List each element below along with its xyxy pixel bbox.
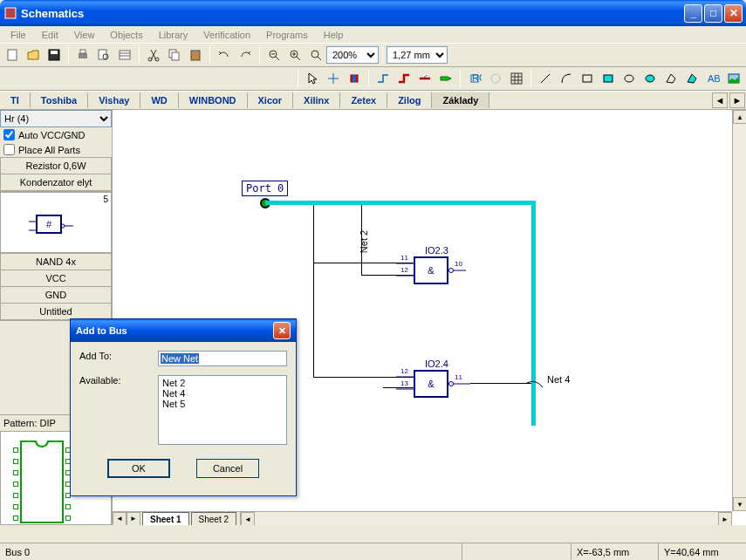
- close-button[interactable]: ✕: [724, 4, 743, 23]
- zoom-in-icon[interactable]: [285, 45, 305, 65]
- part-rezistor[interactable]: Rezistor 0,6W: [1, 158, 111, 174]
- part-selector[interactable]: Hr (4): [0, 110, 112, 127]
- tab-toshiba[interactable]: Toshiba: [31, 92, 88, 108]
- cut-icon[interactable]: [144, 45, 163, 65]
- text-icon[interactable]: ABC: [703, 69, 722, 88]
- image-icon[interactable]: [724, 69, 743, 88]
- addto-input[interactable]: New Net: [158, 351, 287, 366]
- zoom-out-icon[interactable]: [264, 45, 284, 65]
- sheet2-tab[interactable]: Sheet 2: [191, 512, 236, 526]
- status-x: X=-63,5 mm: [571, 543, 659, 560]
- part-kondenzator[interactable]: Kondenzator elyt: [1, 174, 111, 191]
- part-gnd[interactable]: GND: [1, 287, 111, 304]
- tab-winbond[interactable]: WINBOND: [179, 92, 248, 108]
- bus-icon[interactable]: [394, 69, 414, 88]
- menubar: File Edit View Objects Library Verificat…: [0, 26, 746, 44]
- minimize-button[interactable]: _: [684, 4, 702, 23]
- ellipse-fill-icon[interactable]: [640, 69, 660, 88]
- auto-vccgnd-checkbox[interactable]: [3, 129, 15, 140]
- sheet1-tab[interactable]: Sheet 1: [142, 512, 189, 526]
- list-item[interactable]: Net 2: [161, 378, 284, 388]
- hscrollbar[interactable]: ◄ ► Sheet 1 Sheet 2 ◄ ►: [113, 511, 732, 525]
- svg-line-25: [318, 57, 321, 60]
- tab-zetex[interactable]: Zetex: [340, 92, 387, 108]
- wire[interactable]: [313, 263, 314, 377]
- line-icon[interactable]: [536, 69, 555, 88]
- vscrollbar[interactable]: ▲ ▼: [732, 110, 746, 511]
- grid-combo[interactable]: 1,27 mm: [387, 46, 448, 64]
- wire-icon[interactable]: [373, 69, 393, 88]
- open-icon[interactable]: [24, 45, 43, 65]
- paste-icon[interactable]: [186, 45, 205, 65]
- copy-icon[interactable]: [165, 45, 184, 65]
- part-nand4x[interactable]: NAND 4x: [1, 254, 111, 270]
- tab-wd[interactable]: WD: [140, 92, 178, 108]
- part-icon[interactable]: [345, 69, 364, 88]
- menu-verification[interactable]: Verification: [196, 28, 257, 42]
- arc-icon[interactable]: [557, 69, 576, 88]
- titleblock-icon[interactable]: [115, 45, 134, 65]
- available-list[interactable]: Net 2 Net 4 Net 5: [158, 375, 287, 445]
- grid-icon[interactable]: [507, 69, 526, 88]
- poly-fill-icon[interactable]: [682, 69, 702, 88]
- tabnav-left[interactable]: ◄: [712, 92, 728, 108]
- ellipse-icon[interactable]: [619, 69, 639, 88]
- wire[interactable]: [470, 383, 531, 384]
- status-y: Y=40,64 mm: [659, 543, 746, 560]
- menu-view[interactable]: View: [67, 28, 102, 42]
- titlebar: Schematics _ □ ✕: [0, 0, 746, 26]
- tabnav-right[interactable]: ►: [729, 92, 745, 108]
- list-item[interactable]: Net 5: [161, 399, 284, 409]
- preview-icon[interactable]: [94, 45, 113, 65]
- save-icon[interactable]: [44, 45, 64, 65]
- tab-xicor[interactable]: Xicor: [248, 92, 294, 108]
- gate2[interactable]: &: [414, 370, 448, 398]
- crosshair-icon[interactable]: [324, 69, 343, 88]
- tab-vishay[interactable]: Vishay: [88, 92, 140, 108]
- bus-vertical[interactable]: [531, 201, 536, 426]
- list-item[interactable]: Net 4: [161, 388, 284, 399]
- maximize-button[interactable]: □: [704, 4, 722, 23]
- svg-point-34: [491, 74, 500, 83]
- svg-point-44: [646, 75, 654, 82]
- menu-library[interactable]: Library: [152, 28, 195, 42]
- wire[interactable]: [313, 205, 314, 263]
- cancel-button[interactable]: Cancel: [196, 459, 259, 478]
- rect-icon[interactable]: [578, 69, 597, 88]
- ok-button[interactable]: OK: [107, 459, 170, 478]
- svg-rect-14: [172, 52, 179, 60]
- power-icon[interactable]: [486, 69, 505, 88]
- gate2-ref: IO2.4: [425, 359, 448, 369]
- tab-ti[interactable]: TI: [0, 92, 31, 108]
- port0-label[interactable]: Port 0: [242, 181, 288, 196]
- busentry-icon[interactable]: [415, 69, 435, 88]
- menu-programs[interactable]: Programs: [259, 28, 315, 42]
- pointer-icon[interactable]: [303, 69, 322, 88]
- svg-rect-41: [583, 75, 592, 82]
- poly-icon[interactable]: [661, 69, 681, 88]
- bus-horizontal[interactable]: [265, 201, 536, 205]
- rect-fill-icon[interactable]: [599, 69, 618, 88]
- tab-zaklady[interactable]: Základy: [432, 92, 489, 108]
- tab-zilog[interactable]: Zilog: [387, 92, 432, 108]
- window-title: Schematics: [21, 7, 684, 20]
- menu-edit[interactable]: Edit: [35, 28, 65, 42]
- connector-icon[interactable]: RC: [465, 69, 484, 88]
- menu-help[interactable]: Help: [317, 28, 351, 42]
- gate1[interactable]: &: [414, 256, 448, 284]
- place-all-checkbox[interactable]: [3, 144, 15, 155]
- part-vcc[interactable]: VCC: [1, 270, 111, 287]
- tab-xilinx[interactable]: Xilinx: [293, 92, 340, 108]
- dialog-close-button[interactable]: ✕: [273, 322, 291, 339]
- print-icon[interactable]: [73, 45, 92, 65]
- new-icon[interactable]: [3, 45, 22, 65]
- undo-icon[interactable]: [215, 45, 234, 65]
- redo-icon[interactable]: [236, 45, 255, 65]
- zoom-combo[interactable]: 200%: [326, 46, 379, 64]
- toolbar-main: 200% 1,27 mm: [0, 44, 746, 67]
- menu-file[interactable]: File: [3, 28, 33, 42]
- addto-label: Add To:: [79, 351, 158, 361]
- zoom-window-icon[interactable]: [306, 45, 325, 65]
- menu-objects[interactable]: Objects: [103, 28, 149, 42]
- netport-icon[interactable]: [436, 69, 455, 88]
